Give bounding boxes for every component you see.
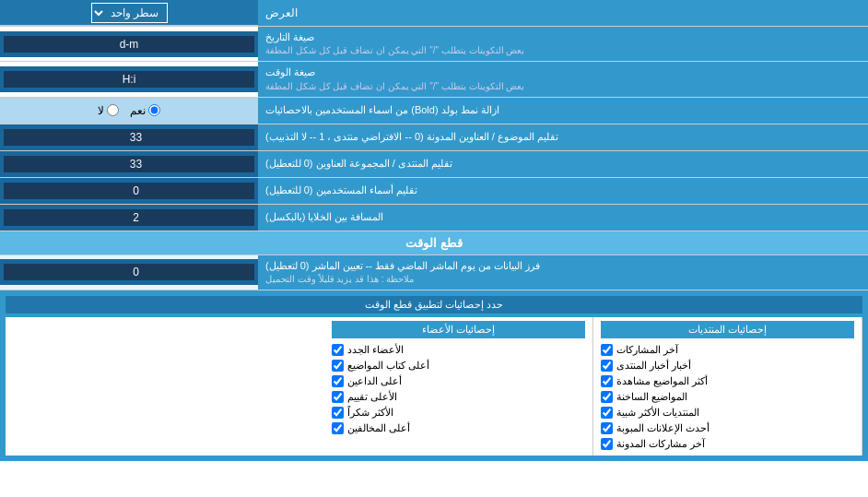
date-format-row: صيغة التاريخ بعض التكوينات يتطلب "/" الت… (0, 27, 868, 62)
time-format-input[interactable] (4, 71, 254, 88)
bold-yes-label: نعم (130, 104, 160, 117)
cell-spacing-input[interactable] (4, 209, 254, 226)
checkbox-top-violators[interactable] (332, 422, 344, 434)
bold-no-label: لا (98, 104, 119, 117)
check-item-top-rated: الأعلى تقييم (332, 389, 585, 405)
snapshot-header: قطع الوقت (0, 231, 868, 255)
snapshot-input-area (0, 259, 258, 285)
bold-remove-row: ازالة نمط بولد (Bold) من اسماء المستخدمي… (0, 98, 868, 124)
checkbox-classifieds[interactable] (601, 422, 613, 434)
forum-title-input-area (0, 151, 258, 177)
forum-stats-header: إحصائيات المنتديات (601, 321, 854, 338)
check-item-similar: المنتديات الأكثر شبية (601, 405, 854, 420)
cell-spacing-label: المسافة بين الخلايا (بالبكسل) (258, 205, 868, 231)
bold-yes-radio[interactable] (148, 104, 160, 116)
checkbox-new-members[interactable] (332, 344, 344, 356)
check-item-blog-posts: آخر مشاركات المدونة (601, 436, 854, 452)
bottom-section: حدد إحصائيات لتطبيق قطع الوقت إحصائيات ا… (0, 290, 868, 461)
snapshot-row-label: فرز البيانات من يوم الماشر الماضي فقط --… (258, 255, 868, 290)
check-item-hot-topics: المواضيع الساخنة (601, 389, 854, 405)
date-format-input[interactable] (4, 36, 254, 53)
check-item-classifieds: أحدث الإعلانات المبوبة (601, 420, 854, 436)
check-item-shares: آخر المشاركات (601, 342, 854, 358)
checkbox-most-thanked[interactable] (332, 407, 344, 419)
checkbox-similar[interactable] (601, 407, 613, 419)
time-format-label: صيغة الوقت بعض التكوينات يتطلب "/" التي … (258, 62, 868, 96)
time-format-input-area (0, 66, 258, 92)
checkbox-hot-topics[interactable] (601, 391, 613, 403)
topic-title-input[interactable] (4, 129, 254, 146)
display-select-area: سطر واحد سطرين ثلاثة أسطر (0, 0, 258, 26)
check-item-new-members: الأعضاء الجدد (332, 342, 585, 358)
bold-remove-radio-area: نعم لا (0, 98, 258, 124)
check-item-most-thanked: الأكثر شكراً (332, 405, 585, 420)
display-row: العرض سطر واحد سطرين ثلاثة أسطر (0, 0, 868, 27)
checkbox-blog-posts[interactable] (601, 438, 613, 450)
check-item-top-posters: أعلى كتاب المواضيع (332, 358, 585, 373)
topic-title-label: تقليم الموضوع / العناوين المدونة (0 -- ا… (258, 124, 868, 150)
member-stats-col: إحصائيات الأعضاء الأعضاء الجدد أعلى كتاب… (324, 317, 593, 456)
cell-spacing-row: المسافة بين الخلايا (بالبكسل) (0, 205, 868, 231)
checkbox-top-referrers[interactable] (332, 375, 344, 387)
cell-spacing-input-area (0, 205, 258, 231)
main-container: العرض سطر واحد سطرين ثلاثة أسطر صيغة الت… (0, 0, 868, 461)
display-select[interactable]: سطر واحد سطرين ثلاثة أسطر (91, 3, 168, 23)
checkbox-shares[interactable] (601, 344, 613, 356)
time-format-row: صيغة الوقت بعض التكوينات يتطلب "/" التي … (0, 62, 868, 97)
display-label: العرض (258, 0, 868, 26)
snapshot-row: فرز البيانات من يوم الماشر الماضي فقط --… (0, 255, 868, 290)
check-item-top-violators: أعلى المخالفين (332, 420, 585, 436)
empty-col (6, 317, 324, 456)
checkboxes-area: إحصائيات المنتديات آخر المشاركات أخبار أ… (6, 317, 862, 456)
checkbox-most-viewed[interactable] (601, 375, 613, 387)
forum-title-row: تقليم المنتدى / المجموعة العناوين (0 للت… (0, 151, 868, 178)
bold-remove-label: ازالة نمط بولد (Bold) من اسماء المستخدمي… (258, 98, 868, 124)
checkbox-forum-news[interactable] (601, 360, 613, 372)
username-trim-input-area (0, 178, 258, 204)
date-format-input-area (0, 31, 258, 57)
username-trim-label: تقليم أسماء المستخدمين (0 للتعطيل) (258, 178, 868, 204)
check-item-forum-news: أخبار أخبار المنتدى (601, 358, 854, 373)
username-trim-row: تقليم أسماء المستخدمين (0 للتعطيل) (0, 178, 868, 205)
forum-stats-col: إحصائيات المنتديات آخر المشاركات أخبار أ… (593, 317, 862, 456)
username-trim-input[interactable] (4, 183, 254, 199)
limit-label: حدد إحصائيات لتطبيق قطع الوقت (6, 296, 862, 314)
topic-title-input-area (0, 124, 258, 150)
member-stats-header: إحصائيات الأعضاء (332, 321, 585, 338)
check-item-top-referrers: أعلى الداعين (332, 373, 585, 389)
bold-no-radio[interactable] (107, 104, 119, 116)
checkbox-top-posters[interactable] (332, 360, 344, 372)
check-item-most-viewed: أكثر المواضيع مشاهدة (601, 373, 854, 389)
checkbox-top-rated[interactable] (332, 391, 344, 403)
date-format-label: صيغة التاريخ بعض التكوينات يتطلب "/" الت… (258, 27, 868, 61)
snapshot-input[interactable] (4, 264, 254, 280)
forum-title-input[interactable] (4, 156, 254, 172)
topic-title-row: تقليم الموضوع / العناوين المدونة (0 -- ا… (0, 124, 868, 151)
forum-title-label: تقليم المنتدى / المجموعة العناوين (0 للت… (258, 151, 868, 177)
